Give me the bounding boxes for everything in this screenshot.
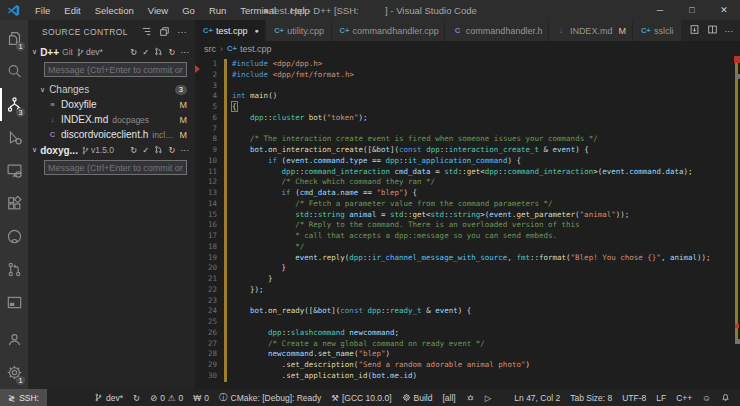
- breadcrumb-folder[interactable]: src: [204, 44, 216, 54]
- action-view-stack[interactable]: [159, 26, 170, 39]
- menu-file[interactable]: File: [28, 5, 57, 16]
- code-line[interactable]: 25: [195, 317, 740, 328]
- code-line[interactable]: 21}: [195, 274, 740, 285]
- action-commit[interactable]: ✓: [142, 145, 149, 155]
- action-sync[interactable]: ↻: [168, 145, 175, 155]
- file-row-discordvoiceclient.h[interactable]: Cdiscordvoiceclient.hinclude/d...M: [28, 127, 195, 142]
- activity-remote-explorer[interactable]: [0, 154, 28, 187]
- action-split-editor[interactable]: [707, 24, 718, 37]
- code-line[interactable]: 8/* The interaction create event is fire…: [195, 134, 740, 145]
- code-line[interactable]: 15std::string animal = std::get<std::str…: [195, 210, 740, 221]
- menu-go[interactable]: Go: [175, 5, 202, 16]
- code-line[interactable]: 2#include <dpp/fmt/format.h>: [195, 70, 740, 81]
- activity-run-and-debug[interactable]: [0, 121, 28, 154]
- code-line[interactable]: 5{: [195, 102, 740, 113]
- code-line[interactable]: 27/* Create a new global command on read…: [195, 339, 740, 350]
- overview-ruler[interactable]: [732, 56, 740, 389]
- code-line[interactable]: 29.set_description("Send a random adorab…: [195, 360, 740, 371]
- action-pull-request[interactable]: [154, 145, 163, 156]
- code-line[interactable]: 1#include <dpp/dpp.h>: [195, 59, 740, 70]
- close-button[interactable]: ✕: [708, 0, 740, 20]
- menu-edit[interactable]: Edit: [57, 5, 87, 16]
- tab-commandhandler-h[interactable]: Ccommandhandler.h: [445, 20, 549, 41]
- status-notifications[interactable]: [716, 393, 735, 402]
- repo-row-dpp[interactable]: ∨ D++ Git dev* ↻✓↻···: [28, 44, 195, 60]
- status-language-mode[interactable]: C++: [671, 393, 697, 403]
- activity-github[interactable]: [0, 220, 28, 253]
- activity-github-pull-requests[interactable]: [0, 253, 28, 286]
- status-feedback[interactable]: ☺: [697, 393, 716, 403]
- activity-accounts[interactable]: [0, 323, 28, 356]
- commit-message-input[interactable]: [44, 62, 187, 77]
- menu-selection[interactable]: Selection: [88, 5, 141, 16]
- activity-live-preview[interactable]: [0, 286, 28, 319]
- code-line[interactable]: 28newcommand.set_name("blep"): [195, 349, 740, 360]
- status-encoding[interactable]: UTF-8: [617, 393, 651, 403]
- action-more[interactable]: ···: [725, 26, 734, 36]
- code-line[interactable]: 12/* Check which command they ran */: [195, 177, 740, 188]
- code-line[interactable]: 4int main(): [195, 91, 740, 102]
- action-commit[interactable]: ✓: [142, 47, 149, 57]
- status-eol[interactable]: LF: [651, 393, 671, 403]
- status-sync[interactable]: ↻: [128, 393, 145, 403]
- status-cmake-launch[interactable]: ▷: [480, 393, 497, 403]
- code-line[interactable]: 3: [195, 81, 740, 92]
- action-more[interactable]: ···: [181, 145, 190, 155]
- status-build-target[interactable]: [all]: [437, 393, 460, 403]
- code-line[interactable]: 26dpp::slashcommand newcommand;: [195, 328, 740, 339]
- action-pull-request[interactable]: [154, 47, 163, 58]
- commit-message-input[interactable]: [44, 160, 187, 175]
- tab-sslcli[interactable]: C+sslcli: [633, 20, 682, 41]
- tab-utility-cpp[interactable]: C+utility.cpp: [266, 20, 331, 41]
- code-line[interactable]: 13if (cmd_data.name == "blep") {: [195, 188, 740, 199]
- code-line[interactable]: 6dpp::cluster bot("token");: [195, 113, 740, 124]
- status-ports[interactable]: ₩0: [188, 393, 214, 403]
- code-line[interactable]: 30.set_application_id(bot.me.id): [195, 371, 740, 382]
- action-more[interactable]: ···: [177, 27, 187, 37]
- code-line[interactable]: 10if (event.command.type == dpp::it_appl…: [195, 156, 740, 167]
- changes-section-header[interactable]: ∨ Changes 3: [28, 82, 195, 97]
- activity-source-control[interactable]: 3: [0, 88, 28, 121]
- menu-view[interactable]: View: [141, 5, 175, 16]
- action-open-changes[interactable]: [689, 24, 700, 37]
- file-row-doxyfile[interactable]: ≡DoxyfileM: [28, 97, 195, 112]
- action-refresh[interactable]: ↻: [130, 145, 137, 155]
- code-line[interactable]: 23: [195, 296, 740, 307]
- status-cmake-status[interactable]: ⓘCMake: [Debug]: Ready: [214, 392, 326, 404]
- code-line[interactable]: 18*/: [195, 242, 740, 253]
- action-more[interactable]: ···: [181, 47, 190, 57]
- breadcrumb[interactable]: src › C+ test.cpp: [195, 41, 740, 56]
- activity-settings[interactable]: 1: [0, 356, 28, 389]
- status-git-branch[interactable]: dev*: [89, 393, 128, 403]
- menu-run[interactable]: Run: [202, 5, 233, 16]
- code-line[interactable]: 16/* Reply to the command. There is an o…: [195, 220, 740, 231]
- file-row-index.md[interactable]: ↓INDEX.mddocpagesM: [28, 112, 195, 127]
- code-editor[interactable]: 1#include <dpp/dpp.h>2#include <dpp/fmt/…: [195, 56, 740, 389]
- code-line[interactable]: 11dpp::command_interaction cmd_data = st…: [195, 167, 740, 178]
- code-line[interactable]: 14/* Fetch a parameter value from the co…: [195, 199, 740, 210]
- code-line[interactable]: 17* call that accepts a dpp::message so …: [195, 231, 740, 242]
- status-cursor-position[interactable]: Ln 47, Col 2: [509, 393, 565, 403]
- breadcrumb-file[interactable]: test.cpp: [240, 44, 272, 54]
- status-cmake-debug[interactable]: [461, 393, 480, 402]
- tab-test-cpp[interactable]: C+test.cpp●: [195, 20, 266, 41]
- repo-row-doxygen[interactable]: ∨ doxyg... v1.5.0 ↻✓↻···: [28, 142, 195, 158]
- action-view-as-tree[interactable]: [141, 26, 152, 39]
- activity-search[interactable]: [0, 55, 28, 88]
- status-cmake-kit[interactable]: ⚒[GCC 10.0.0]: [326, 393, 396, 403]
- tab-commandhandler-cpp[interactable]: C+commandhandler.cpp: [332, 20, 445, 41]
- code-line[interactable]: 22});: [195, 285, 740, 296]
- status-cmake-build[interactable]: Build: [397, 393, 438, 403]
- status-indentation[interactable]: Tab Size: 8: [565, 393, 617, 403]
- tab-INDEX-md[interactable]: ↓INDEX.mdM: [549, 20, 633, 41]
- action-refresh[interactable]: ↻: [130, 47, 137, 57]
- code-line[interactable]: 7: [195, 124, 740, 135]
- activity-explorer[interactable]: 1: [0, 22, 28, 55]
- code-line[interactable]: 19event.reply(dpp::ir_channel_message_wi…: [195, 253, 740, 264]
- activity-extensions[interactable]: [0, 187, 28, 220]
- minimize-button[interactable]: ─: [644, 0, 676, 20]
- code-line[interactable]: 20}: [195, 263, 740, 274]
- status-problems[interactable]: ⊘0⚠0: [145, 393, 188, 403]
- maximize-button[interactable]: □: [676, 0, 708, 20]
- code-line[interactable]: 24bot.on_ready([&bot](const dpp::ready_t…: [195, 306, 740, 317]
